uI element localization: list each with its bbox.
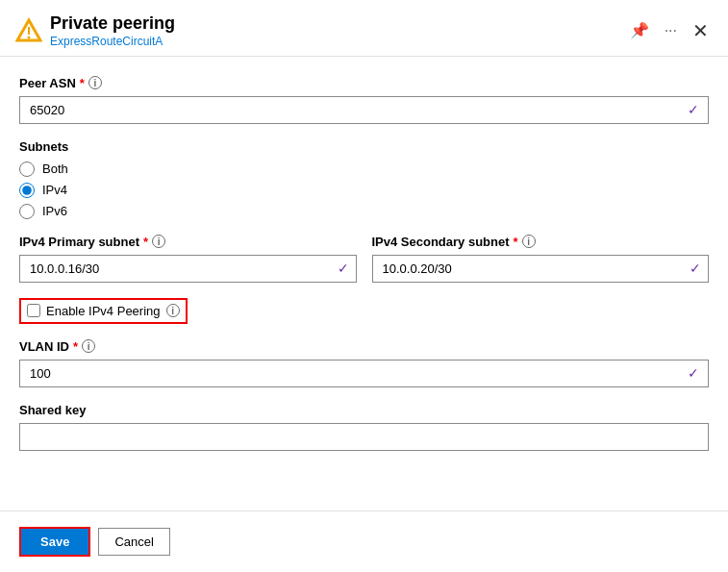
dialog: Private peering ExpressRouteCircuitA 📌 ·…: [0, 0, 728, 572]
peer-asn-info-icon[interactable]: i: [88, 76, 102, 89]
subnet-radio-group: Both IPv4 IPv6: [19, 162, 709, 219]
enable-peering-label: Enable IPv4 Peering: [46, 304, 161, 318]
enable-peering-checkbox[interactable]: [27, 304, 40, 317]
radio-ipv4-input[interactable]: [19, 183, 35, 198]
shared-key-label: Shared key: [19, 403, 709, 417]
radio-both-input[interactable]: [19, 162, 35, 177]
ipv4-secondary-input[interactable]: [372, 255, 710, 283]
dialog-header: Private peering ExpressRouteCircuitA 📌 ·…: [0, 0, 728, 57]
ipv4-primary-info-icon[interactable]: i: [152, 235, 165, 248]
peer-asn-select[interactable]: 65020: [19, 96, 709, 124]
ipv4-secondary-info-icon[interactable]: i: [522, 235, 536, 248]
subnet-inputs: IPv4 Primary subnet * i ✓ IPv4 Secondary…: [19, 235, 709, 298]
vlan-id-group: VLAN ID * i 100 ✓: [19, 339, 709, 387]
dialog-body: Peer ASN * i 65020 ✓ Subnets Both: [0, 57, 728, 510]
ipv4-secondary-label: IPv4 Secondary subnet * i: [372, 235, 710, 249]
save-button[interactable]: Save: [19, 527, 90, 557]
ipv4-primary-input-wrapper: ✓: [19, 255, 357, 283]
dialog-title: Private peering: [50, 13, 618, 35]
pin-icon: 📌: [630, 21, 649, 39]
radio-both-label: Both: [42, 162, 68, 176]
title-group: Private peering ExpressRouteCircuitA: [50, 13, 618, 48]
radio-ipv6[interactable]: IPv6: [19, 204, 709, 219]
radio-both[interactable]: Both: [19, 162, 709, 177]
ipv4-secondary-check-icon: ✓: [690, 261, 701, 276]
enable-peering-info-icon[interactable]: i: [166, 304, 180, 317]
dialog-footer: Save Cancel: [0, 510, 728, 572]
close-button[interactable]: ✕: [689, 15, 713, 46]
vlan-id-select-wrapper: 100 ✓: [19, 360, 709, 387]
radio-ipv4-label: IPv4: [42, 183, 67, 197]
ipv4-primary-group: IPv4 Primary subnet * i ✓: [19, 235, 357, 283]
shared-key-input[interactable]: [19, 423, 709, 451]
ipv4-secondary-input-wrapper: ✓: [372, 255, 710, 283]
required-marker-primary: *: [143, 235, 148, 249]
ipv4-secondary-group: IPv4 Secondary subnet * i ✓: [372, 235, 710, 283]
pin-button[interactable]: 📌: [626, 17, 653, 43]
radio-ipv6-input[interactable]: [19, 204, 35, 219]
vlan-id-label: VLAN ID * i: [19, 339, 709, 354]
radio-ipv6-label: IPv6: [42, 204, 67, 218]
peer-asn-select-wrapper: 65020 ✓: [19, 96, 709, 124]
more-icon: ···: [665, 22, 677, 39]
more-button[interactable]: ···: [661, 18, 681, 43]
shared-key-group: Shared key: [19, 403, 709, 451]
header-actions: 📌 ··· ✕: [626, 15, 713, 46]
vlan-id-info-icon[interactable]: i: [82, 339, 95, 353]
required-marker-vlan: *: [73, 339, 78, 354]
ipv4-primary-check-icon: ✓: [338, 261, 349, 276]
enable-peering-row: Enable IPv4 Peering i: [19, 298, 709, 324]
cancel-button[interactable]: Cancel: [98, 528, 169, 556]
subnets-group: Subnets Both IPv4 IPv6: [19, 139, 709, 219]
vlan-id-select[interactable]: 100: [19, 360, 709, 387]
required-marker: *: [80, 76, 85, 90]
radio-ipv4[interactable]: IPv4: [19, 183, 709, 198]
peer-asn-group: Peer ASN * i 65020 ✓: [19, 76, 709, 124]
svg-point-2: [28, 36, 31, 38]
ipv4-primary-label: IPv4 Primary subnet * i: [19, 235, 357, 249]
azure-icon: [15, 17, 42, 44]
required-marker-secondary: *: [514, 235, 518, 249]
peer-asn-label: Peer ASN * i: [19, 76, 709, 90]
enable-peering-wrapper: Enable IPv4 Peering i: [19, 298, 188, 324]
dialog-subtitle: ExpressRouteCircuitA: [50, 35, 618, 48]
close-icon: ✕: [692, 19, 709, 42]
subnets-label: Subnets: [19, 139, 709, 154]
ipv4-primary-input[interactable]: [19, 255, 357, 283]
